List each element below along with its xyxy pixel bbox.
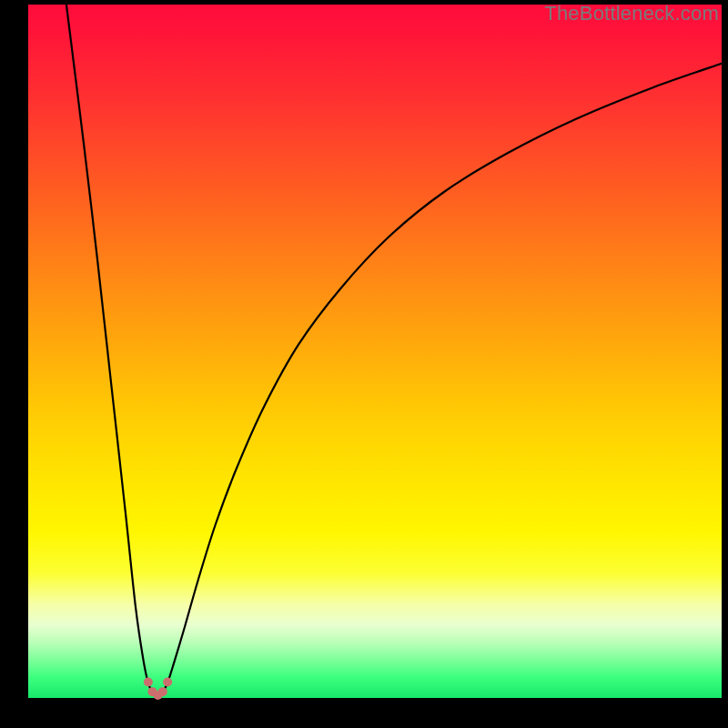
plot-area <box>28 5 722 698</box>
valley-markers <box>144 677 172 699</box>
curve-path-group <box>66 5 722 693</box>
watermark-text: TheBottleneck.com <box>544 2 719 25</box>
valley-marker <box>158 687 167 696</box>
curve-svg <box>28 5 722 698</box>
chart-frame: TheBottleneck.com <box>0 0 728 728</box>
curve-right-branch <box>163 64 722 693</box>
curve-left-branch <box>66 5 152 693</box>
valley-marker <box>144 677 153 686</box>
valley-marker <box>163 677 172 686</box>
